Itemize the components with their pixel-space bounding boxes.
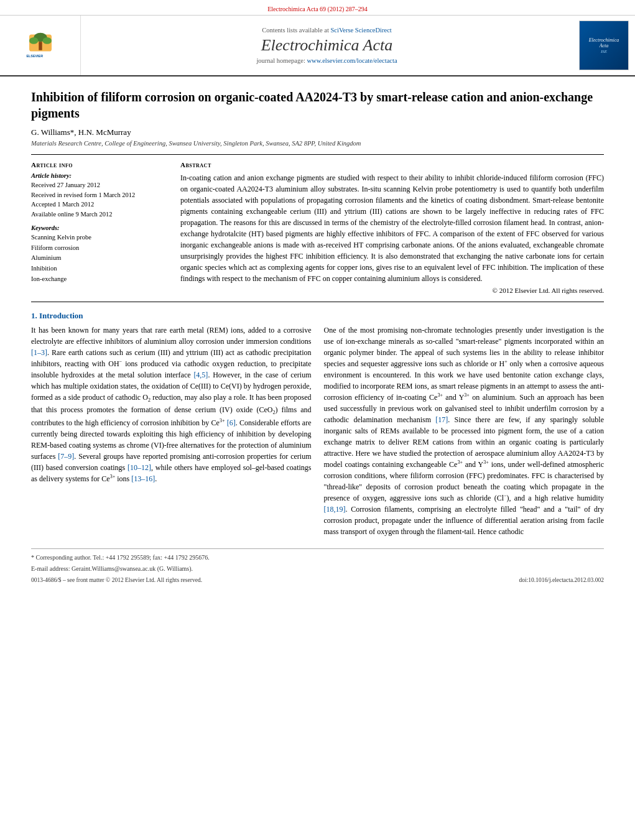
ref-17[interactable]: [17] [435, 415, 448, 424]
article-history-label: Article history: [31, 172, 168, 179]
journal-homepage: journal homepage: www.elsevier.com/locat… [256, 57, 397, 64]
body-columns: It has been known for many years that ra… [31, 325, 604, 541]
article-info-col: Article info Article history: Received 2… [31, 161, 168, 294]
keywords-label: Keywords: [31, 224, 168, 231]
section-divider [31, 302, 604, 302]
journal-title: Electrochimica Acta [261, 36, 393, 55]
elsevier-logo: ELSEVIER [22, 32, 59, 60]
keyword-3: Aluminium [31, 253, 168, 264]
footer-issn: 0013-4686/$ – see front matter © 2012 El… [31, 577, 202, 583]
elsevier-logo-area: ELSEVIER [0, 16, 81, 75]
keyword-5: Ion-exchange [31, 274, 168, 285]
article-info-abstract: Article info Article history: Received 2… [31, 154, 604, 294]
intro-p1: It has been known for many years that ra… [31, 325, 312, 484]
intro-p2: One of the most promising non-chromate t… [324, 325, 605, 537]
body-col-right: One of the most promising non-chromate t… [324, 325, 605, 541]
journal-logo-text: ElectrochimicaActaISE [586, 35, 622, 57]
ref-13-16[interactable]: [13–16] [131, 474, 155, 483]
ref-7-9[interactable]: [7–9] [58, 452, 74, 461]
svg-point-3 [29, 37, 38, 44]
article-info-heading: Article info [31, 161, 168, 168]
footnote-email: E-mail address: Geraint.Williams@swansea… [31, 564, 604, 573]
footer-bottom: 0013-4686/$ – see front matter © 2012 El… [31, 577, 604, 583]
ref-1-3[interactable]: [1–3] [31, 348, 47, 357]
sciverse-link: Contents lists available at SciVerse Sci… [262, 27, 391, 34]
article-authors: G. Williams*, H.N. McMurray [31, 127, 604, 137]
header-center: Contents lists available at SciVerse Sci… [81, 16, 573, 75]
article-affiliation: Materials Research Centre, College of En… [31, 140, 604, 147]
journal-ref: Electrochimica Acta 69 (2012) 287–294 [267, 6, 368, 12]
footnote-corresponding: * Corresponding author. Tel.: +44 1792 2… [31, 553, 604, 562]
abstract-copyright: © 2012 Elsevier Ltd. All rights reserved… [180, 287, 604, 294]
sciverse-link-text[interactable]: SciVerse ScienceDirect [330, 27, 391, 34]
svg-rect-2 [39, 42, 42, 50]
svg-point-4 [42, 37, 51, 44]
body-col-left: It has been known for many years that ra… [31, 325, 312, 541]
ref-18-19[interactable]: [18,19] [324, 505, 346, 514]
received-row: Received 27 January 2012 [31, 181, 168, 190]
page: Electrochimica Acta 69 (2012) 287–294 EL… [0, 0, 635, 840]
abstract-heading: Abstract [180, 161, 604, 168]
footer-doi: doi:10.1016/j.electacta.2012.03.002 [519, 577, 604, 583]
elsevier-tree-icon: ELSEVIER [22, 32, 59, 60]
available-row: Available online 9 March 2012 [31, 210, 168, 219]
header: ELSEVIER Contents lists available at Sci… [0, 16, 635, 76]
article-body: Inhibition of filiform corrosion on orga… [0, 76, 635, 596]
section1-title: 1. Introduction [31, 311, 604, 321]
header-right: ElectrochimicaActaISE [573, 16, 635, 75]
journal-logo-box: ElectrochimicaActaISE [579, 21, 629, 70]
keywords-section: Keywords: Scanning Kelvin probe Filiform… [31, 224, 168, 285]
ref-4-5[interactable]: [4,5] [193, 371, 208, 379]
keyword-2: Filiform corrosion [31, 243, 168, 254]
keyword-4: Inhibition [31, 264, 168, 274]
article-footer: * Corresponding author. Tel.: +44 1792 2… [31, 548, 604, 583]
top-bar: Electrochimica Acta 69 (2012) 287–294 [0, 0, 635, 16]
article-title: Inhibition of filiform corrosion on orga… [31, 89, 604, 121]
journal-homepage-link[interactable]: www.elsevier.com/locate/electacta [307, 57, 397, 64]
keyword-1: Scanning Kelvin probe [31, 233, 168, 243]
accepted-row: Accepted 1 March 2012 [31, 200, 168, 210]
ref-10-12[interactable]: [10–12] [127, 463, 151, 472]
ref-6[interactable]: [6] [227, 418, 236, 427]
abstract-col: Abstract In-coating cation and anion exc… [180, 161, 604, 294]
received-revised-row: Received in revised form 1 March 2012 [31, 191, 168, 200]
svg-text:ELSEVIER: ELSEVIER [26, 54, 43, 58]
abstract-text: In-coating cation and anion exchange pig… [180, 172, 604, 284]
